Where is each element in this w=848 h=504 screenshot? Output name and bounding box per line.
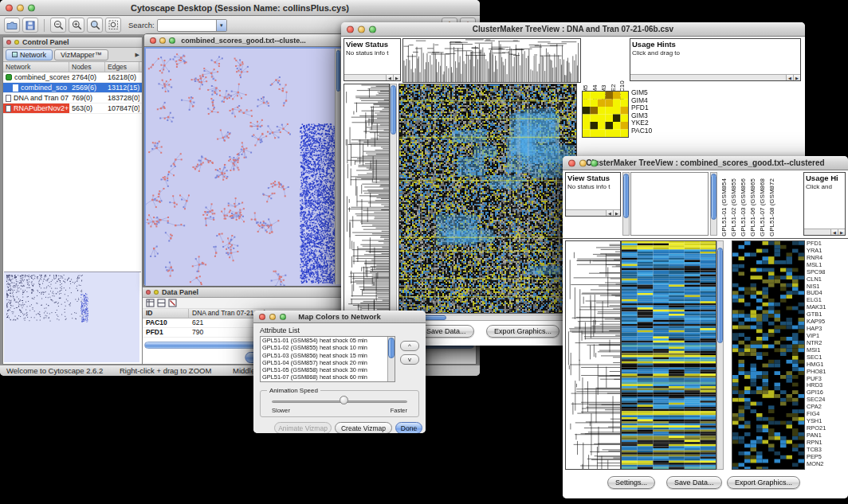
table-row-selected[interactable]: combined_sco 2569(6) 13112(15)	[3, 83, 142, 93]
scroll-right-icon[interactable]: ▶	[613, 210, 620, 217]
column-dendrogram-canvas[interactable]	[402, 38, 581, 83]
close-icon[interactable]	[150, 37, 156, 44]
scrollbar-thumb[interactable]	[623, 174, 629, 218]
main-titlebar[interactable]: Cytoscape Desktop (Session Name: collins…	[0, 0, 480, 16]
attribute-select-icon[interactable]	[146, 299, 155, 307]
dialog-titlebar[interactable]: Map Colors to Network	[253, 311, 426, 323]
minimize-icon[interactable]	[358, 25, 365, 33]
network-view-titlebar[interactable]: combined_scores_good.txt--cluste...	[144, 34, 343, 47]
close-icon[interactable]	[347, 25, 354, 33]
attribute-list-item[interactable]: GPL51-03 (GSM856) heat shock 15 min	[261, 352, 395, 359]
zoom-in-button[interactable]	[69, 18, 84, 33]
vertical-scrollbar[interactable]	[710, 172, 717, 236]
scroll-left-icon[interactable]: ◀	[606, 210, 613, 217]
scrollbar-thumb[interactable]	[336, 50, 340, 92]
zoom-icon[interactable]	[280, 314, 286, 320]
correlation-matrix-canvas[interactable]	[582, 91, 629, 138]
zoom-icon[interactable]	[169, 37, 175, 44]
network-list-header[interactable]: Network Nodes Edges	[3, 62, 142, 72]
move-up-button[interactable]: ^	[400, 341, 419, 351]
row-dendrogram-canvas[interactable]	[344, 84, 390, 314]
scrollbar-thumb[interactable]	[388, 338, 395, 358]
table-row[interactable]: combined_scores 2764(0) 16218(0)	[3, 72, 142, 83]
scroll-right-icon[interactable]: ▶	[793, 75, 800, 81]
save-session-button[interactable]	[22, 18, 38, 33]
scroll-left-icon[interactable]: ◀	[386, 75, 393, 81]
search-input[interactable]: ▾	[157, 19, 227, 32]
export-graphics-button[interactable]: Export Graphics...	[486, 325, 559, 338]
zoom-icon[interactable]	[591, 159, 598, 166]
col-edges[interactable]: Edges	[105, 62, 139, 72]
zoom-out-button[interactable]	[50, 18, 66, 33]
network-vertical-scrollbar[interactable]	[335, 49, 341, 284]
zoom-icon[interactable]	[28, 4, 35, 11]
network-canvas[interactable]	[146, 49, 343, 286]
col-network[interactable]: Network	[3, 62, 69, 72]
scrollbar-thumb[interactable]	[711, 174, 716, 220]
pane-horizontal-scrollbar[interactable]: ◀▶	[630, 74, 800, 80]
network-canvas-area[interactable]	[144, 47, 343, 286]
slider-thumb[interactable]	[340, 396, 348, 404]
pane-horizontal-scrollbar[interactable]: ◀▶	[804, 229, 845, 235]
zoom-selected-button[interactable]	[87, 18, 103, 33]
close-icon[interactable]	[6, 4, 13, 11]
control-panel-header[interactable]: Control Panel	[3, 37, 142, 48]
close-icon[interactable]	[259, 314, 265, 320]
attribute-list-item[interactable]: GPL51-01 (GSM854) heat shock 05 min	[261, 337, 395, 344]
scroll-right-icon[interactable]: ▶	[393, 75, 400, 81]
col-nodes[interactable]: Nodes	[69, 62, 105, 72]
panel-float-icon[interactable]	[14, 40, 19, 45]
vertical-scrollbar[interactable]	[622, 172, 630, 236]
panel-float-icon[interactable]	[154, 290, 159, 295]
move-down-button[interactable]: v	[400, 354, 419, 365]
scroll-right-icon[interactable]: ▶	[838, 229, 845, 236]
secondary-heatmap-canvas[interactable]	[732, 240, 805, 470]
combo-arrow-icon[interactable]: ▾	[216, 20, 226, 31]
close-icon[interactable]	[568, 159, 575, 166]
scrollbar-thumb[interactable]	[717, 248, 723, 343]
table-row[interactable]: RNAPuberNov2+ 563(0) 107847(0)	[3, 104, 142, 114]
attribute-list-item[interactable]: GPL51-04 (GSM857) heat shock 20 min	[261, 359, 395, 366]
settings-button[interactable]: Settings...	[607, 476, 655, 489]
pane-horizontal-scrollbar[interactable]: ◀▶	[566, 209, 620, 216]
vertical-scrollbar[interactable]	[716, 240, 724, 470]
zoom-icon[interactable]	[369, 25, 376, 33]
save-data-button[interactable]: Save Data...	[418, 325, 474, 338]
minimize-icon[interactable]	[17, 4, 24, 11]
minimize-icon[interactable]	[579, 159, 587, 166]
open-session-button[interactable]	[4, 18, 20, 33]
table-row[interactable]: DNA and Tran 07 769(0) 183728(0)	[3, 93, 142, 104]
treeview-titlebar[interactable]: ClusterMaker TreeView : combined_scores_…	[563, 156, 848, 170]
vertical-scrollbar[interactable]	[390, 84, 397, 314]
heatmap-canvas[interactable]	[398, 84, 577, 314]
done-button[interactable]: Done	[395, 422, 422, 433]
attribute-listbox[interactable]: GPL51-01 (GSM854) heat shock 05 minGPL51…	[260, 336, 395, 382]
attribute-create-icon[interactable]	[157, 299, 166, 307]
col-id[interactable]: ID	[143, 309, 189, 318]
tab-network[interactable]: Network	[6, 49, 53, 61]
minimize-icon[interactable]	[269, 314, 276, 320]
list-vertical-scrollbar[interactable]	[387, 337, 395, 381]
create-vizmap-button[interactable]: Create Vizmap	[335, 422, 392, 433]
row-dendrogram-canvas[interactable]	[565, 240, 621, 470]
export-graphics-button[interactable]: Export Graphics...	[727, 476, 800, 489]
birdseye-canvas[interactable]	[4, 272, 139, 362]
attribute-list-item[interactable]: GPL51-07 (GSM868) heat shock 60 min	[261, 373, 395, 381]
tab-overflow-icon[interactable]: ▶	[135, 52, 139, 58]
panel-close-icon[interactable]	[6, 40, 11, 45]
heatmap-canvas[interactable]	[621, 240, 716, 470]
zoom-fit-button[interactable]	[105, 18, 121, 33]
treeview-titlebar[interactable]: ClusterMaker TreeView : DNA and Tran 07-…	[341, 22, 805, 37]
scrollbar-thumb[interactable]	[391, 85, 396, 135]
scroll-left-icon[interactable]: ◀	[830, 229, 838, 236]
tab-vizmapper[interactable]: VizMapper™	[54, 49, 108, 61]
save-data-button[interactable]: Save Data...	[666, 476, 722, 489]
scroll-left-icon[interactable]: ◀	[786, 75, 793, 81]
attribute-list-item[interactable]: GPL51-05 (GSM858) heat shock 30 min	[261, 366, 395, 373]
attribute-delete-icon[interactable]	[168, 299, 177, 307]
panel-close-icon[interactable]	[146, 290, 151, 295]
minimize-icon[interactable]	[159, 37, 166, 44]
pane-horizontal-scrollbar[interactable]: ◀▶	[344, 74, 400, 80]
birdseye-view[interactable]	[4, 272, 141, 363]
attribute-list-item[interactable]: GPL51-02 (GSM855) heat shock 10 min	[261, 344, 395, 351]
